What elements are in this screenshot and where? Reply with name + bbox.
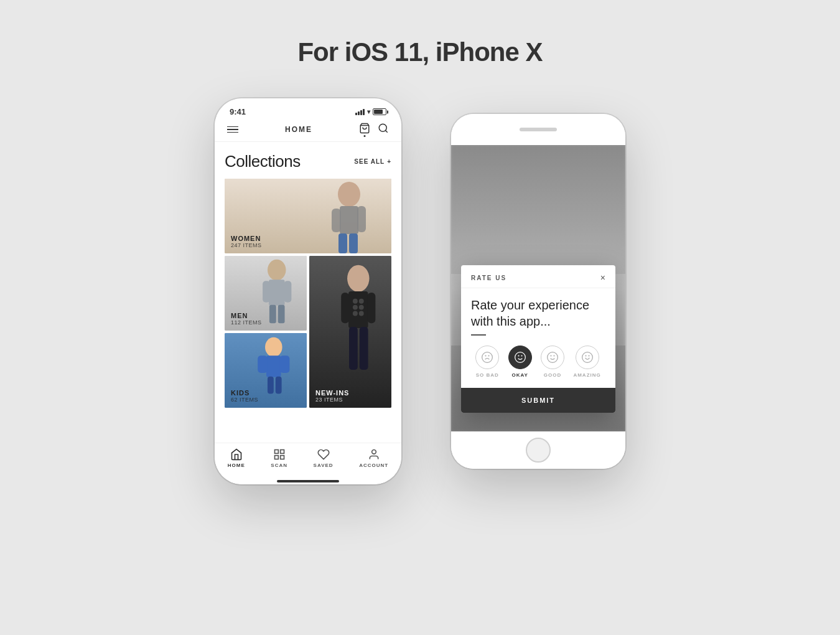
app-navbar: HOME — [215, 119, 401, 142]
svg-rect-33 — [274, 450, 278, 454]
good-label: GOOD — [544, 372, 561, 378]
okay-label: OKAY — [511, 372, 528, 378]
nav-home[interactable]: HOME — [228, 448, 245, 468]
svg-point-37 — [371, 450, 376, 454]
nav-scan[interactable]: SCAN — [271, 448, 287, 468]
svg-point-1 — [379, 124, 386, 131]
svg-point-3 — [338, 182, 360, 207]
phone-x: 9:41 ▾ — [215, 98, 401, 484]
wifi-icon: ▾ — [367, 108, 370, 115]
scan-icon — [273, 448, 286, 461]
rating-good[interactable]: GOOD — [541, 346, 564, 378]
speaker — [520, 128, 557, 131]
phone-8-bottom — [451, 431, 625, 469]
phone-8: RATE US × Rate your experience with this… — [451, 114, 625, 469]
collection-item-kids[interactable]: KIDS 62 ITEMS — [225, 333, 307, 408]
svg-point-9 — [268, 260, 286, 280]
so-bad-icon — [475, 346, 499, 369]
svg-point-38 — [482, 352, 493, 363]
amazing-label: AMAZING — [573, 372, 600, 378]
signal-icon — [355, 109, 365, 115]
svg-rect-25 — [341, 293, 349, 323]
svg-point-21 — [359, 305, 364, 310]
svg-line-2 — [385, 130, 387, 132]
phone-8-top — [451, 114, 625, 145]
svg-rect-7 — [338, 233, 347, 253]
nav-home-label: HOME — [228, 463, 245, 468]
rating-amazing[interactable]: AMAZING — [573, 346, 600, 378]
amazing-icon — [576, 346, 599, 369]
search-icon[interactable] — [378, 123, 389, 136]
cart-icon[interactable] — [359, 123, 370, 136]
svg-rect-6 — [357, 206, 366, 232]
home-icon — [230, 448, 243, 461]
collection-item-men[interactable]: MEN 112 ITEMS — [225, 256, 307, 331]
collections-area: Collections SEE ALL + — [215, 142, 401, 443]
svg-rect-26 — [368, 293, 376, 323]
rating-so-bad[interactable]: SO BAD — [475, 346, 499, 378]
men-label: MEN 112 ITEMS — [231, 312, 262, 326]
nav-saved-label: SAVED — [314, 463, 334, 468]
svg-rect-30 — [280, 355, 290, 373]
svg-rect-12 — [278, 305, 285, 324]
svg-rect-35 — [274, 456, 278, 459]
kids-label: KIDS 62 ITEMS — [231, 389, 258, 403]
collections-header: Collections SEE ALL + — [225, 152, 391, 171]
modal-title: RATE US — [471, 275, 506, 281]
nav-icons — [359, 123, 389, 136]
home-indicator — [215, 481, 401, 484]
svg-point-15 — [347, 265, 369, 292]
nav-title: HOME — [285, 125, 312, 134]
svg-rect-10 — [269, 280, 285, 305]
svg-point-44 — [548, 352, 558, 363]
submit-button[interactable]: SUBMIT — [461, 388, 615, 413]
svg-rect-29 — [258, 355, 268, 373]
svg-rect-14 — [284, 281, 292, 302]
svg-point-47 — [582, 352, 592, 363]
saved-icon — [317, 448, 330, 461]
good-icon — [541, 346, 564, 369]
close-icon[interactable]: × — [600, 273, 605, 283]
rating-options: SO BAD OKAY — [471, 346, 605, 378]
nav-account-label: ACCOUNT — [359, 463, 388, 468]
modal-dash — [471, 334, 486, 336]
svg-rect-5 — [332, 209, 341, 232]
rating-okay[interactable]: OKAY — [508, 346, 532, 378]
svg-point-17 — [353, 299, 358, 304]
modal-body: Rate your experience with this app... — [461, 288, 615, 378]
svg-rect-16 — [348, 291, 368, 328]
svg-rect-13 — [263, 281, 270, 302]
phone-x-screen: 9:41 ▾ — [215, 98, 401, 484]
okay-icon — [508, 346, 532, 369]
svg-rect-11 — [269, 305, 276, 324]
svg-rect-23 — [349, 327, 358, 370]
svg-point-22 — [359, 311, 364, 316]
collection-item-new-ins[interactable]: NEW-INS 23 ITEMS — [309, 256, 391, 408]
home-button[interactable] — [526, 438, 551, 463]
notch — [268, 98, 348, 116]
svg-rect-8 — [349, 233, 358, 253]
nav-account[interactable]: ACCOUNT — [359, 448, 388, 468]
battery-icon — [373, 108, 386, 115]
svg-point-19 — [353, 311, 358, 316]
svg-point-20 — [359, 299, 364, 304]
svg-point-27 — [265, 337, 282, 357]
status-icons: ▾ — [355, 108, 386, 115]
collections-grid: WOMEN 247 ITEMS — [225, 179, 391, 408]
new-ins-label: NEW-INS 23 ITEMS — [315, 389, 349, 403]
account-icon — [368, 448, 380, 461]
hamburger-menu-icon[interactable] — [227, 126, 238, 133]
phone-8-screen: RATE US × Rate your experience with this… — [451, 145, 625, 431]
page-title: For iOS 11, iPhone X — [297, 37, 542, 67]
rate-us-modal: RATE US × Rate your experience with this… — [461, 265, 615, 413]
see-all-button[interactable]: SEE ALL + — [354, 158, 391, 165]
svg-rect-24 — [360, 327, 368, 370]
nav-saved[interactable]: SAVED — [314, 448, 334, 468]
svg-rect-36 — [280, 456, 284, 459]
phones-container: 9:41 ▾ — [215, 98, 625, 484]
collection-item-women[interactable]: WOMEN 247 ITEMS — [225, 179, 391, 253]
svg-point-18 — [353, 305, 358, 310]
women-label: WOMEN 247 ITEMS — [231, 235, 262, 248]
svg-rect-32 — [276, 377, 282, 394]
modal-header: RATE US × — [461, 265, 615, 288]
